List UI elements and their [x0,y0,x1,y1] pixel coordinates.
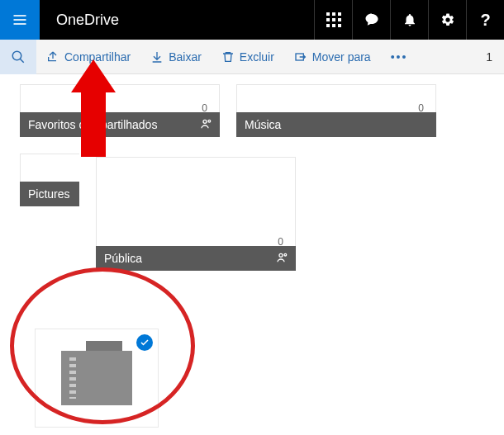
svg-rect-4 [332,12,335,16]
svg-rect-5 [338,12,341,16]
brand-title: OneDrive [40,12,119,29]
chat-icon [364,12,379,27]
svg-rect-8 [338,18,341,21]
bell-icon [402,12,417,27]
folder-name: Música [245,118,281,131]
file-item[interactable]: Coopsportes 2017.zip Proprietário [26,329,167,435]
svg-rect-9 [326,24,330,27]
svg-point-12 [12,51,21,60]
share-icon [46,50,59,64]
trash-icon [221,50,235,64]
svg-point-15 [203,120,207,123]
download-icon [150,50,164,64]
svg-rect-6 [326,18,330,21]
menu-button[interactable] [0,0,40,40]
share-label: Compartilhar [64,50,131,64]
command-bar: Compartilhar Baixar Excluir Mover para •… [0,40,504,74]
svg-rect-3 [326,12,330,16]
folder-name: Favoritos compartilhados [28,118,157,131]
waffle-icon [326,12,341,27]
folder-tile-musica[interactable]: 0 Música [236,84,436,137]
file-thumbnail[interactable] [35,329,159,428]
folder-tile-favoritos[interactable]: 0 Favoritos compartilhados [20,84,220,137]
svg-point-17 [279,253,283,257]
app-header: OneDrive ? [0,0,504,40]
hamburger-icon [12,12,28,28]
move-icon [294,50,307,64]
svg-line-13 [20,59,24,63]
zip-folder-icon [61,351,132,405]
settings-button[interactable] [428,0,466,40]
folder-tile-pictures[interactable]: Pictures [20,154,79,206]
selected-checkmark-icon[interactable] [136,334,153,351]
ellipsis-icon: ••• [391,50,408,64]
chat-button[interactable] [352,0,390,40]
people-icon [200,117,213,133]
more-button[interactable]: ••• [381,40,418,74]
search-icon [11,50,26,64]
folder-tile-publica[interactable]: 0 Pública [96,157,296,271]
download-label: Baixar [169,50,202,64]
content-area: 0 Favoritos compartilhados 0 Música Pict… [0,74,504,435]
delete-label: Excluir [240,50,274,64]
download-button[interactable]: Baixar [140,40,212,74]
file-name: Coopsportes 2017.zip [26,428,167,435]
svg-rect-7 [332,18,335,21]
search-button[interactable] [0,40,36,74]
help-button[interactable]: ? [466,0,504,40]
move-button[interactable]: Mover para [284,40,381,74]
svg-point-16 [208,120,211,122]
move-label: Mover para [312,50,371,64]
app-launcher-button[interactable] [314,0,352,40]
svg-point-18 [284,253,287,256]
help-icon: ? [480,11,490,30]
folder-name: Pictures [28,187,70,201]
folder-name: Pública [104,252,142,265]
people-icon [276,251,289,267]
share-button[interactable]: Compartilhar [36,40,140,74]
svg-rect-10 [332,24,335,27]
notifications-button[interactable] [390,0,428,40]
delete-button[interactable]: Excluir [212,40,284,74]
gear-icon [440,12,455,27]
selection-count: 1 [486,50,504,64]
svg-rect-11 [338,24,341,27]
